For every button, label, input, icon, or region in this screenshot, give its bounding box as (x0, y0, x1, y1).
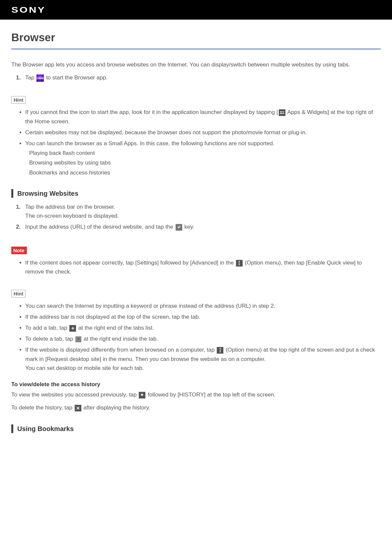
text-fragment: To delete the history, tap (11, 404, 74, 411)
text-fragment: after displaying the history. (83, 404, 150, 411)
text-fragment: To view the websites you accessed previo… (11, 392, 138, 398)
text-fragment: Tap (25, 74, 36, 81)
text-fragment: You can launch the browser as a Small Ap… (25, 140, 274, 147)
x-icon: ✕ (75, 405, 81, 411)
sony-logo: SONY (11, 5, 46, 15)
page-title: Browser (11, 31, 381, 44)
history-heading: To view/delete the access history (11, 380, 381, 389)
www-icon: www (37, 74, 44, 82)
enter-arrow-svg (177, 225, 181, 229)
section-bookmarks-heading: Using Bookmarks (11, 424, 381, 433)
browsing-steps: Tap the address bar on the browser. The … (11, 202, 381, 232)
title-divider (11, 49, 381, 50)
history-line1: To view the websites you accessed previo… (11, 390, 381, 399)
text-fragment: To add a tab, tap (25, 325, 69, 331)
text-fragment: You can set desktop or mobile site for e… (25, 365, 144, 371)
option-menu-icon (236, 260, 243, 267)
hint1-item3-sub3: Bookmarks and access histories (25, 168, 381, 177)
text-fragment: Tap the address bar on the browser. (25, 204, 115, 210)
text-fragment: key. (185, 224, 195, 230)
top-bar: SONY (0, 0, 392, 20)
text-fragment: followed by [HISTORY] at the top left of… (148, 392, 275, 398)
hint1-item3-sub1: Playing back flash content (25, 149, 381, 158)
hint2-item1: You can search the Internet by inputting… (25, 301, 381, 310)
hint2-item3: To add a tab, tap + at the right end of … (25, 323, 381, 332)
text-fragment: to start the Browser app. (46, 74, 108, 81)
hint-label: Hint (11, 96, 26, 104)
plus-icon: + (69, 325, 76, 332)
bookmark-star-icon: ★ (139, 392, 145, 398)
browsing-step-2: Input the address (URL) of the desired w… (25, 222, 381, 231)
text-fragment: at the right end inside the tab. (84, 336, 158, 342)
start-steps: Tap www to start the Browser app. (11, 73, 381, 82)
hint2-item4: To delete a tab, tap × at the right end … (25, 334, 381, 343)
www-icon-label: www (37, 76, 43, 80)
browsing-step-1: Tap the address bar on the browser. The … (25, 202, 381, 220)
hint-list-1: If you cannot find the icon to start the… (11, 108, 381, 177)
text-fragment: If you cannot find the icon to start the… (25, 109, 278, 115)
hint1-item3-sub2: Browsing websites by using tabs (25, 158, 381, 167)
intro-text: The Browser app lets you access and brow… (11, 60, 381, 69)
hint2-item2: If the address bar is not displayed at t… (25, 312, 381, 321)
hint1-item3: You can launch the browser as a Small Ap… (25, 139, 381, 177)
text-fragment: The on-screen keyboard is displayed. (25, 213, 119, 219)
enter-icon (176, 224, 182, 231)
launcher-icon (279, 109, 285, 116)
text-fragment: If the content does not appear correctly… (25, 260, 235, 266)
option-menu-icon (217, 347, 223, 354)
text-fragment: To delete a tab, tap (25, 336, 75, 342)
text-fragment: Input the address (URL) of the desired w… (25, 224, 175, 230)
hint1-item1: If you cannot find the icon to start the… (25, 108, 381, 126)
text-fragment: at the right end of the tabs list. (78, 325, 154, 331)
content-area: Browser The Browser app lets you access … (0, 20, 392, 454)
note-item1: If the content does not appear correctly… (25, 258, 381, 276)
note-list: If the content does not appear correctly… (11, 258, 381, 276)
close-icon: × (75, 336, 81, 342)
start-step-1: Tap www to start the Browser app. (25, 73, 381, 82)
hint-list-2: You can search the Internet by inputting… (11, 301, 381, 373)
hint2-item5: If the website is displayed differently … (25, 345, 381, 373)
hint1-item2: Certain websites may not be displayed, b… (25, 128, 381, 137)
hint-label-2: Hint (11, 290, 26, 297)
note-label: Note (11, 247, 27, 254)
text-fragment: If the website is displayed differently … (25, 347, 216, 353)
section-browsing-heading: Browsing Websites (11, 189, 381, 198)
history-line2: To delete the history, tap ✕ after displ… (11, 403, 381, 412)
